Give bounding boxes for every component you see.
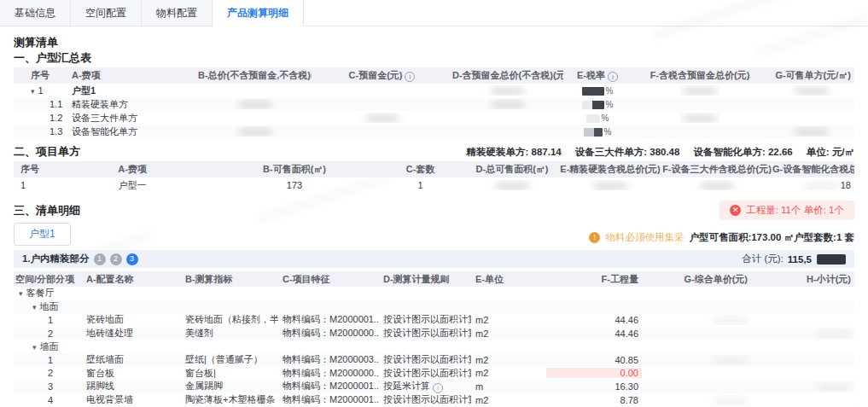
col-seq: 序号 <box>14 163 51 176</box>
c: 2 <box>14 368 82 378</box>
detail-group-row: ▾墙面 <box>14 340 854 353</box>
detail-item-row: 2窗台板窗台板|物料编码：M2000000...按设计图示以面积计算im20.0… <box>14 367 854 381</box>
config-name: 窗台板 <box>82 367 181 380</box>
col-total-incl-tax: F-含税含预留金总价(元) <box>632 69 768 82</box>
c: 物料编码：M2000000... <box>278 367 379 380</box>
tab-space-config[interactable]: 空间配置 <box>71 0 142 26</box>
c <box>198 126 312 137</box>
col-feature: C-项目特征 <box>278 273 379 286</box>
unit-meta-text: 户型可售面积:173.00 ㎡户型套数:1 套 <box>689 231 854 244</box>
detail-table: 空间/分部分项 A-配置名称 B-测算指标 C-项目特征 D-测算计量规则 E-… <box>14 271 854 407</box>
summary-table-body: ▾1户型1%1.1精装硬装单方%1.2设备三大件单方%1.3设备智能化单方% <box>14 84 854 138</box>
c: m2 <box>471 395 546 405</box>
detail-item-row: 1壁纸墙面壁纸|（普通腻子）物料编码：M2000003...按设计图示以面积计算… <box>14 353 854 367</box>
total-label: 合计 (元): <box>742 253 784 265</box>
section3-header: 三、清单明细 ✕ 工程量: 11个 单价: 1个 <box>14 201 854 220</box>
collapse-arrow-icon[interactable]: ▾ <box>32 303 37 311</box>
quantity-value: 44.46 <box>546 315 642 325</box>
tab-product-estimate-detail[interactable]: 产品测算明细 <box>213 0 304 26</box>
col-saleable-unit-price: G-可售单方(元/㎡) <box>768 69 854 82</box>
c <box>312 113 452 123</box>
redacted-blur <box>817 383 851 392</box>
c: m2 <box>471 368 546 378</box>
config-name: 踢脚线 <box>82 380 181 392</box>
section1-title: 一、户型汇总表 <box>14 50 854 65</box>
col-unit: E-单位 <box>471 273 546 286</box>
redacted-tax-value <box>584 128 603 137</box>
redacted-blur <box>714 397 748 405</box>
c: 窗台板| <box>181 367 278 380</box>
quantity-value: 40.85 <box>546 355 642 365</box>
table-cell: 按设计图示以面积计算 <box>383 394 471 404</box>
collapse-arrow-icon[interactable]: ▾ <box>19 289 23 298</box>
unit-tab-row: 户型1 ! 物料必须使用集采 户型可售面积:173.00 ㎡户型套数:1 套 <box>14 223 854 246</box>
col-total-with-reserve: D-含预留金总价(不含税)(元) <box>452 69 563 82</box>
c: 物料编码：M2000001... <box>278 393 379 406</box>
col-saleable-area: B-可售面积(㎡) <box>213 163 376 176</box>
c: 物料编码：M2000000... <box>278 327 379 340</box>
redacted-blur <box>700 182 734 190</box>
redacted-blur <box>804 182 838 190</box>
pct: % <box>602 113 609 123</box>
part-badge-1[interactable]: 1 <box>94 253 106 265</box>
c: m2 <box>471 315 546 325</box>
c: 物料编码：M2000001... <box>278 380 379 392</box>
c: % <box>563 113 632 123</box>
part-badge-2[interactable]: 2 <box>110 253 122 265</box>
redacted-blur <box>683 87 717 96</box>
expand-arrow-icon[interactable]: ▾ <box>31 87 35 96</box>
detail-group-row: ▾地面 <box>14 300 854 314</box>
redacted-blur <box>714 357 748 365</box>
col-hard-decor-total: E-精装硬装含税总价(元) <box>559 163 661 176</box>
tab-material-config[interactable]: 物料配置 <box>142 0 213 26</box>
config-name: 瓷砖地面 <box>82 313 181 326</box>
warning-circle-icon: ! <box>589 232 600 243</box>
col-total-saleable-area: D-总可售面积(㎡) <box>465 163 559 176</box>
table-cell: 1.3 <box>50 126 62 137</box>
config-name: 壁纸墙面 <box>82 353 181 366</box>
info-icon[interactable]: i <box>405 72 415 82</box>
c: 金属踢脚 <box>181 380 278 392</box>
part-header-band: 1.户内精装部分 123 合计 (元): 115,5 <box>14 250 854 268</box>
col-measure-rule: D-测算计量规则 <box>379 273 471 286</box>
stat-unit: 单位: 元/㎡ <box>807 146 854 159</box>
c: 按延米计算i <box>379 380 471 393</box>
col-subtotal: H-小计(元) <box>751 273 854 286</box>
table-cell: 按设计图示以面积计算 <box>383 368 471 378</box>
collapse-arrow-icon[interactable]: ▾ <box>32 343 37 352</box>
detail-table-body: ▾客餐厅▾地面1瓷砖地面瓷砖地面（粘接剂，半...物料编码：M2000001..… <box>14 287 854 407</box>
row-seq: 1 <box>14 180 51 190</box>
c <box>452 99 563 109</box>
meta-line: ! 物料必须使用集采 户型可售面积:173.00 ㎡户型套数:1 套 <box>589 231 854 246</box>
c: 壁纸|（普通腻子） <box>181 353 278 366</box>
c: ▾地面 <box>14 300 82 313</box>
summary-table-header: 序号 A-费项 B-总价(不含预留金,不含税)(元) C-预留金(元)i D-含… <box>14 67 854 84</box>
tab-basic-info[interactable]: 基础信息 <box>0 0 71 26</box>
c <box>642 355 751 365</box>
col-unit-price: G-综合单价(元) <box>642 273 751 286</box>
c <box>452 85 563 96</box>
table-cell: 按设计图示以面积计算 <box>383 328 471 338</box>
c: 1 <box>14 315 82 325</box>
redacted-cell <box>559 180 661 190</box>
info-icon[interactable]: i <box>608 72 618 82</box>
col-indicator: B-测算指标 <box>181 273 278 286</box>
redacted-blur <box>817 330 851 339</box>
redacted-cell <box>465 180 559 190</box>
info-icon[interactable]: i <box>433 383 443 393</box>
part-badge-3[interactable]: 3 <box>126 253 138 265</box>
unit-type-tab[interactable]: 户型1 <box>14 223 71 246</box>
summary-row: ▾1户型1% <box>14 84 854 97</box>
redacted-tax-value <box>586 114 600 123</box>
c: 物料编码：M2000001... <box>278 313 379 326</box>
stat-hard-decor: 精装硬装单方: 887.14 <box>466 146 561 159</box>
redacted-blur <box>365 114 399 123</box>
redacted-blur <box>491 101 525 109</box>
c: ▾1 <box>14 85 65 96</box>
stat-three-major: 设备三大件单方: 380.48 <box>575 146 680 159</box>
section2-header: 二、项目单方 精装硬装单方: 887.14 设备三大件单方: 380.48 设备… <box>14 144 854 159</box>
redacted-cell <box>661 180 772 190</box>
fee-item-name: 户型1 <box>65 84 198 97</box>
c <box>751 381 854 392</box>
c <box>198 99 312 109</box>
